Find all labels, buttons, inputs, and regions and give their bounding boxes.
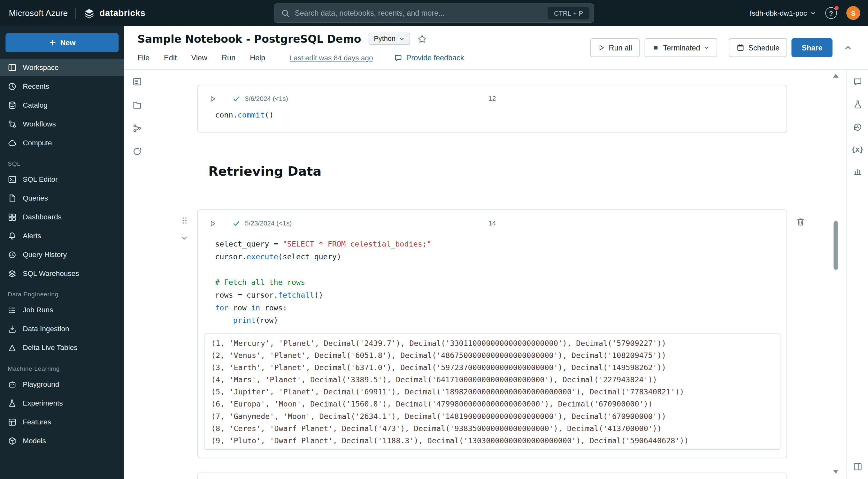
clock-icon <box>8 82 17 91</box>
workspace-icon <box>8 63 17 72</box>
schedule-button[interactable]: Schedule <box>729 38 787 57</box>
cell-code-editor[interactable]: conn.commit() <box>215 108 786 121</box>
new-button-label: New <box>60 39 75 47</box>
search-icon <box>281 9 290 18</box>
run-cell-button[interactable] <box>209 220 216 227</box>
databricks-brand: databricks <box>84 7 146 19</box>
cell-output: (1, 'Mercury', 'Planet', Decimal('2439.7… <box>204 333 780 450</box>
sidebar-item-data-ingestion[interactable]: Data Ingestion <box>0 320 124 338</box>
chevron-down-icon <box>399 36 404 41</box>
sidebar-item-workspace[interactable]: Workspace <box>0 59 124 76</box>
sidebar-item-models[interactable]: Models <box>0 432 124 449</box>
chevron-down-icon <box>180 234 188 242</box>
avatar-initial: S <box>851 9 856 17</box>
revision-history-icon[interactable] <box>852 122 862 132</box>
side-panel-icon[interactable] <box>852 462 862 471</box>
sidebar-item-sql-editor[interactable]: SQL Editor <box>0 170 124 188</box>
workflows-icon <box>8 120 17 128</box>
last-edit-link[interactable]: Last edit was 84 days ago <box>290 54 373 62</box>
scroll-up-arrow[interactable] <box>833 74 839 77</box>
sidebar-section-sql: SQL <box>8 160 116 167</box>
menu-help[interactable]: Help <box>250 54 265 62</box>
menu-view[interactable]: View <box>191 54 207 62</box>
help-button[interactable]: ? <box>825 7 837 19</box>
sidebar-item-label: Features <box>23 418 51 426</box>
sidebar-item-recents[interactable]: Recents <box>0 77 124 95</box>
sidebar-item-job-runs[interactable]: Job Runs <box>0 301 124 319</box>
delete-cell-button[interactable] <box>796 217 805 226</box>
sidebar-item-sql-warehouses[interactable]: SQL Warehouses <box>0 265 124 282</box>
notebook-cell-12[interactable]: 3/6/2024 (<1s) 12 conn.commit() <box>197 85 787 133</box>
sidebar-item-label: Compute <box>23 138 52 147</box>
cell-drag-handle[interactable] <box>180 216 189 225</box>
cell-number: 12 <box>489 95 496 102</box>
sidebar-item-label: Delta Live Tables <box>23 344 77 352</box>
sidebar: New Workspace Recents Catalog Workflows … <box>0 26 124 479</box>
collapse-cell-button[interactable] <box>180 234 188 242</box>
sidebar-item-label: Playground <box>23 380 59 388</box>
table-icon <box>8 417 17 426</box>
sidebar-item-playground[interactable]: Playground <box>0 376 124 393</box>
play-icon <box>598 44 605 51</box>
scrollbar-thumb[interactable] <box>834 221 838 270</box>
sidebar-item-query-history[interactable]: Query History <box>0 246 124 263</box>
sidebar-item-experiments[interactable]: Experiments <box>0 394 124 412</box>
search-input[interactable] <box>295 9 543 17</box>
topbar-divider <box>76 7 76 19</box>
sidebar-section-data-engineering: Data Engineering <box>8 291 116 298</box>
new-button[interactable]: New <box>5 33 119 52</box>
favorite-star-button[interactable] <box>417 34 427 43</box>
notebook-cell-14[interactable]: 5/23/2024 (<1s) 14 select_query = "SELEC… <box>197 210 787 458</box>
sidebar-item-workflows[interactable]: Workflows <box>0 115 124 132</box>
run-cell-button[interactable] <box>209 95 216 102</box>
menu-file[interactable]: File <box>137 54 150 62</box>
sidebar-item-compute[interactable]: Compute <box>0 134 124 151</box>
notebook-title[interactable]: Sample Notebook - PostgreSQL Demo <box>137 33 361 45</box>
sidebar-item-dashboards[interactable]: Dashboards <box>0 208 124 225</box>
sidebar-item-alerts[interactable]: Alerts <box>0 227 124 244</box>
user-avatar[interactable]: S <box>846 6 860 20</box>
cluster-state-dropdown[interactable]: Terminated <box>645 38 717 57</box>
variable-explorer-icon[interactable]: {x} <box>851 145 864 154</box>
success-check-icon <box>232 219 241 227</box>
cell-header: 3/6/2024 (<1s) 12 <box>209 92 775 105</box>
cube-icon <box>8 436 17 445</box>
app-window: Microsoft Azure databricks CTRL + P fsdh… <box>0 0 868 479</box>
share-button[interactable]: Share <box>792 38 833 57</box>
sidebar-item-queries[interactable]: Queries <box>0 189 124 206</box>
sidebar-item-label: Dashboards <box>23 213 62 221</box>
sql-editor-icon <box>8 175 17 184</box>
collapse-header-button[interactable] <box>844 43 852 52</box>
stop-square-icon <box>653 44 659 51</box>
sidebar-item-catalog[interactable]: Catalog <box>0 96 124 114</box>
sidebar-item-delta-live-tables[interactable]: Delta Live Tables <box>0 339 124 356</box>
workspace-selector[interactable]: fsdh-dbk-dw1-poc <box>750 9 816 17</box>
chevron-up-icon <box>844 43 852 52</box>
search-shortcut-badge: CTRL + P <box>548 7 589 19</box>
menu-edit[interactable]: Edit <box>164 54 177 62</box>
comments-icon[interactable] <box>852 77 862 86</box>
run-all-label: Run all <box>609 43 632 52</box>
cell-code-editor[interactable]: select_query = "SELECT * FROM celestial_… <box>215 237 786 327</box>
chart-panel-icon[interactable] <box>852 167 862 176</box>
language-selector[interactable]: Python <box>368 33 410 45</box>
history-icon <box>8 250 17 259</box>
sidebar-item-features[interactable]: Features <box>0 413 124 430</box>
mlflow-experiments-icon[interactable] <box>852 100 862 109</box>
star-icon <box>417 34 427 43</box>
calendar-icon <box>737 44 744 52</box>
scroll-down-arrow[interactable] <box>833 470 839 474</box>
main-content: Sample Notebook - PostgreSQL Demo Python… <box>124 26 868 479</box>
provide-feedback-link[interactable]: Provide feedback <box>394 54 464 62</box>
layers-icon <box>8 269 17 278</box>
sidebar-item-label: Data Ingestion <box>23 325 69 333</box>
cell-run-timestamp: 5/23/2024 (<1s) <box>245 219 292 227</box>
vertical-scrollbar[interactable] <box>832 70 840 479</box>
workspace-name: fsdh-dbk-dw1-poc <box>750 9 807 17</box>
notebook-right-toolbar: {x} <box>846 70 868 479</box>
databricks-wordmark: databricks <box>99 8 145 18</box>
global-search[interactable]: CTRL + P <box>274 3 594 23</box>
next-cell-partial[interactable] <box>197 473 787 479</box>
menu-run[interactable]: Run <box>222 54 236 62</box>
run-all-button[interactable]: Run all <box>590 38 640 57</box>
